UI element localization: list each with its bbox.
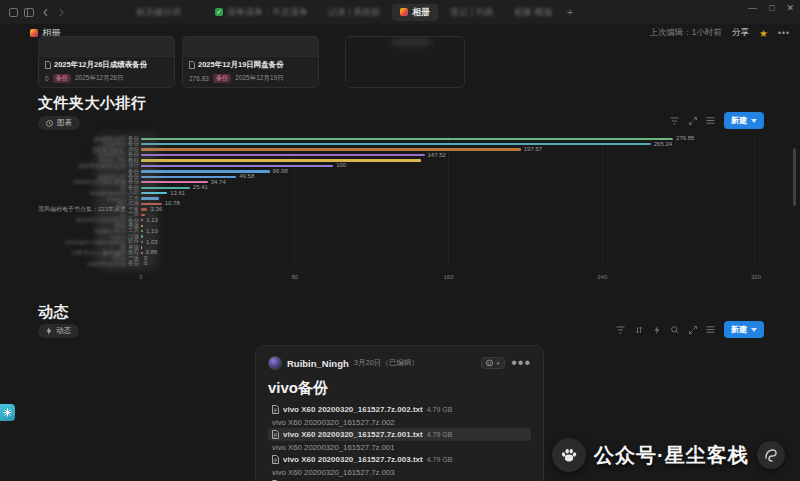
tab-2[interactable]: 相册 bbox=[392, 4, 438, 21]
card-cover bbox=[183, 37, 318, 57]
expand-icon[interactable] bbox=[687, 324, 698, 335]
view-pill-chart[interactable]: 图表 bbox=[38, 116, 80, 130]
tab-1[interactable]: 记录 | 系统权 bbox=[320, 4, 388, 21]
file-icon bbox=[272, 455, 279, 464]
file-caption: vivo X60 20200320_161527.7z.001 bbox=[268, 441, 531, 453]
bolt-icon bbox=[46, 327, 52, 335]
app-menu-icon[interactable] bbox=[8, 7, 18, 17]
file-caption: vivo X60 20200320_161527.7z.002 bbox=[268, 416, 531, 428]
filter-icon[interactable] bbox=[615, 324, 626, 335]
sidebar-toggle-icon[interactable] bbox=[24, 7, 34, 17]
tab-label: 笔记 | 列表 bbox=[450, 6, 493, 19]
axis-tick: 320 bbox=[751, 274, 761, 280]
last-edited-label: 上次编辑：1小时前 bbox=[649, 27, 722, 39]
activity-feed-card[interactable]: Ruibin_Ningh 3月20日（已编辑） + ••• vivo备份 viv… bbox=[255, 345, 544, 481]
tab-label: 相册 bbox=[412, 6, 430, 19]
card-date: 2025年12月19日 bbox=[235, 74, 283, 83]
feed-author[interactable]: Ruibin_Ningh bbox=[287, 358, 349, 369]
sort-icon[interactable] bbox=[633, 324, 644, 335]
favorite-star-icon[interactable]: ★ bbox=[759, 28, 768, 39]
bolt-icon[interactable] bbox=[651, 324, 662, 335]
view-pill-label: 图表 bbox=[57, 118, 72, 128]
chart-bar bbox=[141, 143, 651, 145]
photo-icon bbox=[400, 8, 408, 16]
chart-bar bbox=[141, 148, 521, 150]
tab-0[interactable]: ✓清单清单：不足清单 bbox=[207, 4, 316, 21]
expand-icon[interactable] bbox=[687, 115, 698, 126]
chart-bar bbox=[141, 192, 167, 194]
file-icon bbox=[45, 61, 51, 69]
file-size: 4.79 GB bbox=[427, 431, 453, 438]
feed-more-icon[interactable]: ••• bbox=[511, 354, 531, 372]
censored-text bbox=[391, 39, 431, 45]
file-row[interactable]: vivo X60 20200320_161527.7z.003.txt4.79 … bbox=[268, 453, 531, 466]
file-name: vivo X60 20200320_161527.7z.002.txt bbox=[283, 405, 423, 414]
file-row[interactable]: vivo X60 20200320_161527.7z.002.txt4.79 … bbox=[268, 403, 531, 416]
new-button-folder[interactable]: 新建 bbox=[724, 112, 764, 129]
chart-bar bbox=[141, 214, 145, 216]
add-reaction-button[interactable]: + bbox=[481, 357, 505, 369]
activity-section-title: 动态 bbox=[38, 303, 69, 322]
checkbox-icon: ✓ bbox=[215, 8, 223, 16]
axis-tick: 80 bbox=[291, 274, 298, 280]
tab-label: 清单清单：不足清单 bbox=[227, 6, 308, 19]
view-pill-label: 动态 bbox=[56, 326, 71, 336]
paw-icon bbox=[552, 438, 586, 472]
chart-row: 2025年12月05备份0 bbox=[38, 261, 756, 266]
maximize-button[interactable]: □ bbox=[769, 3, 774, 13]
page-scrollbar[interactable] bbox=[793, 148, 796, 206]
card-backup-1219[interactable]: 2025年12月19日网盘备份 276.83 备份 2025年12月19日 bbox=[182, 36, 319, 88]
watermark-text: 公众号·星尘客栈 bbox=[594, 442, 749, 469]
chart-bar bbox=[141, 176, 236, 178]
chart-bar bbox=[141, 203, 162, 205]
tab-3[interactable]: 笔记 | 列表 bbox=[442, 4, 501, 21]
minimize-button[interactable]: — bbox=[748, 3, 757, 13]
file-icon bbox=[189, 61, 195, 69]
forward-icon[interactable] bbox=[56, 7, 66, 17]
card-badge: 备份 bbox=[213, 74, 231, 83]
avatar bbox=[268, 356, 282, 370]
watermark-logo-icon bbox=[757, 441, 785, 469]
tab-label: 记录 | 系统权 bbox=[328, 6, 380, 19]
new-tab-button[interactable]: + bbox=[561, 6, 579, 18]
chart-bar-value: 0 bbox=[144, 261, 147, 266]
file-row[interactable]: vivo X60 20200320_161527.7z.001.txt4.79 … bbox=[268, 428, 531, 441]
filter-icon[interactable] bbox=[669, 115, 680, 126]
more-options-icon[interactable]: ••• bbox=[778, 28, 790, 38]
new-button-label: 新建 bbox=[731, 324, 747, 335]
feed-timestamp: 3月20日（已编辑） bbox=[354, 358, 419, 368]
folder-size-bar-chart: 2025年12月备份276.852025年1备份265.24【评审字帖】课程19… bbox=[38, 136, 756, 268]
chart-row-label: 深圳学励初中全部 bbox=[38, 163, 126, 169]
chart-bar bbox=[141, 225, 143, 227]
card-backup-1226[interactable]: 2025年12月26日成绩表备份 0 备份 2025年12月26日 bbox=[38, 36, 175, 88]
card-dark[interactable] bbox=[345, 36, 465, 88]
new-button-activity[interactable]: 新建 bbox=[724, 321, 764, 338]
search-icon[interactable] bbox=[669, 324, 680, 335]
card-title: 2025年12月26日成绩表备份 bbox=[54, 60, 147, 70]
file-size: 4.79 GB bbox=[427, 406, 453, 413]
back-icon[interactable] bbox=[40, 7, 50, 17]
tab-strip: ✓清单清单：不足清单记录 | 系统权相册笔记 | 列表相册·模板 bbox=[207, 4, 561, 21]
share-button[interactable]: 分享 bbox=[732, 27, 749, 39]
file-icon bbox=[272, 430, 279, 439]
axis-tick: 0 bbox=[139, 274, 142, 280]
clock-icon bbox=[46, 120, 53, 127]
new-button-label: 新建 bbox=[731, 115, 747, 126]
chart-bar bbox=[141, 252, 143, 254]
chart-bar bbox=[141, 181, 208, 183]
axis-tick: 160 bbox=[443, 274, 453, 280]
view-pill-activity[interactable]: 动态 bbox=[38, 324, 79, 338]
chart-bar bbox=[141, 187, 190, 189]
floating-tool-icon[interactable] bbox=[0, 404, 15, 421]
chart-bar bbox=[141, 154, 425, 156]
close-button[interactable]: ✕ bbox=[786, 3, 794, 13]
chart-x-axis: 080160240320 bbox=[141, 274, 756, 284]
file-name: vivo X60 20200320_161527.7z.001.txt bbox=[283, 430, 423, 439]
chart-bar bbox=[141, 208, 147, 210]
chart-row-tag: 备份 bbox=[126, 261, 141, 267]
menu-icon[interactable] bbox=[705, 324, 716, 335]
chart-bar bbox=[141, 165, 333, 167]
menu-icon[interactable] bbox=[705, 115, 716, 126]
chart-bar-track: 0 bbox=[141, 261, 756, 266]
tab-4[interactable]: 相册·模板 bbox=[506, 4, 561, 21]
